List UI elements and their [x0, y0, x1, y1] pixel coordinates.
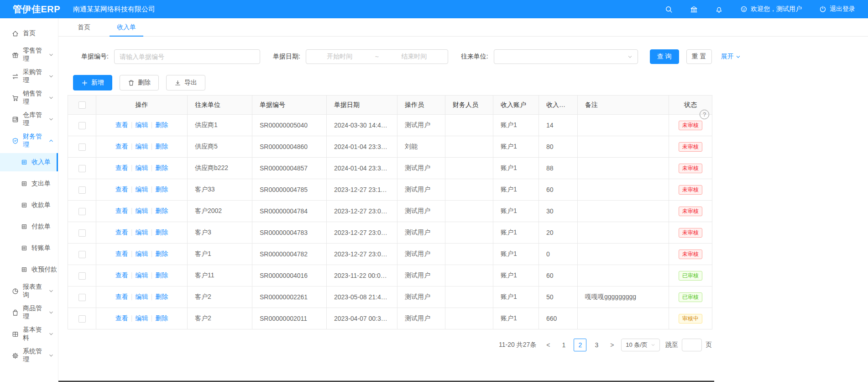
help-icon[interactable]: ? [700, 110, 709, 119]
edit-link[interactable]: 编辑 [136, 293, 148, 300]
delete-link[interactable]: 删除 [155, 228, 168, 236]
row-checkbox[interactable] [78, 208, 86, 215]
delete-link[interactable]: 删除 [155, 314, 168, 322]
delete-link[interactable]: 删除 [155, 186, 168, 193]
bank-icon[interactable] [690, 5, 698, 13]
jump-page-input[interactable] [682, 339, 702, 351]
sidebar-item-warehouse[interactable]: 仓库管理 [0, 110, 58, 128]
logout-button[interactable]: 退出登录 [819, 5, 855, 13]
delete-button[interactable]: 删除 [120, 75, 159, 90]
edit-link[interactable]: 编辑 [136, 228, 148, 236]
date-range-picker[interactable]: 开始时间 ~ 结束时间 [306, 49, 448, 64]
col-header-actions: 操作 [96, 96, 188, 115]
view-link[interactable]: 查看 [115, 293, 128, 300]
plus-icon [81, 80, 88, 86]
sidebar-item-retail[interactable]: 零售管理 [0, 46, 58, 64]
row-checkbox[interactable] [78, 272, 86, 280]
sidebar-item-basic[interactable]: 基本资料 [0, 325, 58, 343]
link-separator: | [131, 143, 133, 150]
edit-link[interactable]: 编辑 [136, 271, 148, 279]
status-cell: 未审核 [669, 222, 712, 244]
sidebar-item-transfer-bill[interactable]: 转账单 [0, 239, 58, 257]
view-link[interactable]: 查看 [115, 164, 128, 171]
link-separator: | [151, 228, 153, 236]
status-badge: 未审核 [679, 164, 702, 173]
row-checkbox[interactable] [78, 165, 86, 172]
next-page-button[interactable]: > [607, 341, 617, 349]
chevron-down-icon [627, 54, 633, 59]
profile-icon [21, 223, 27, 230]
row-checkbox[interactable] [78, 315, 86, 323]
app-logo[interactable]: 管伊佳ERP [0, 3, 73, 16]
bell-icon[interactable] [715, 5, 723, 13]
chevron-down-icon [49, 332, 53, 336]
sidebar-item-finance[interactable]: 财务管理 [0, 132, 58, 150]
delete-link[interactable]: 删除 [155, 293, 168, 300]
bill-no-cell: SR00000002011 [252, 308, 327, 329]
page-button-3[interactable]: 3 [590, 339, 603, 351]
view-link[interactable]: 查看 [115, 314, 128, 322]
row-checkbox[interactable] [78, 229, 86, 237]
delete-link[interactable]: 删除 [155, 207, 168, 214]
view-link[interactable]: 查看 [115, 228, 128, 236]
sidebar-item-sales[interactable]: 销售管理 [0, 89, 58, 107]
status-cell: 未审核 [669, 136, 712, 158]
reset-button[interactable]: 重 置 [686, 49, 712, 64]
sidebar-item-goods[interactable]: 商品管理 [0, 303, 58, 322]
bill-date-cell: 2023-05-08 21:48:04 [327, 286, 397, 308]
sidebar-item-home[interactable]: 首页 [0, 24, 58, 42]
select-all-checkbox[interactable] [78, 101, 86, 109]
edit-link[interactable]: 编辑 [136, 186, 148, 193]
sidebar-item-receipt-bill[interactable]: 收款单 [0, 196, 58, 214]
view-link[interactable]: 查看 [115, 250, 128, 257]
poweroff-icon [819, 5, 826, 13]
search-icon[interactable] [665, 5, 673, 13]
edit-link[interactable]: 编辑 [136, 121, 148, 128]
sidebar-item-expense-bill[interactable]: 支出单 [0, 175, 58, 193]
view-link[interactable]: 查看 [115, 207, 128, 214]
page-size-select[interactable]: 10 条/页 [621, 339, 660, 351]
view-link[interactable]: 查看 [115, 186, 128, 193]
export-button[interactable]: 导出 [166, 75, 205, 90]
profile-icon [21, 266, 27, 273]
page-button-2[interactable]: 2 [574, 339, 586, 351]
expand-filters-link[interactable]: 展开 [721, 53, 741, 61]
tab-home[interactable]: 首页 [70, 18, 98, 37]
add-button[interactable]: 新增 [73, 75, 112, 90]
page-button-1[interactable]: 1 [557, 339, 570, 351]
sidebar-item-report[interactable]: 报表查询 [0, 282, 58, 300]
row-checkbox[interactable] [78, 251, 86, 258]
sidebar-item-payment-bill[interactable]: 付款单 [0, 218, 58, 236]
row-checkbox[interactable] [78, 294, 86, 301]
view-link[interactable]: 查看 [115, 271, 128, 279]
user-greeting[interactable]: 欢迎您，测试用户 [740, 5, 802, 13]
tab-income-bill[interactable]: 收入单 [110, 18, 143, 37]
delete-link[interactable]: 删除 [155, 121, 168, 128]
partner-cell: 客户11 [188, 265, 252, 286]
edit-link[interactable]: 编辑 [136, 207, 148, 214]
bill-no-cell: SR00000004782 [252, 244, 327, 265]
search-button[interactable]: 查 询 [650, 49, 679, 64]
row-checkbox[interactable] [78, 143, 86, 151]
view-link[interactable]: 查看 [115, 121, 128, 128]
delete-link[interactable]: 删除 [155, 250, 168, 257]
prev-page-button[interactable]: < [543, 341, 554, 349]
edit-link[interactable]: 编辑 [136, 164, 148, 171]
delete-link[interactable]: 删除 [155, 164, 168, 171]
sidebar-item-purchase[interactable]: 采购管理 [0, 67, 58, 85]
header-actions: 欢迎您，测试用户 退出登录 [665, 5, 868, 13]
sidebar-item-prepayment[interactable]: 收预付款 [0, 260, 58, 279]
bill-date-label: 单据日期: [273, 53, 300, 61]
row-checkbox[interactable] [78, 186, 86, 194]
bill-no-input[interactable] [114, 49, 260, 64]
edit-link[interactable]: 编辑 [136, 314, 148, 322]
row-checkbox[interactable] [78, 122, 86, 129]
sidebar-item-income-bill[interactable]: 收入单 [0, 153, 58, 171]
view-link[interactable]: 查看 [115, 143, 128, 150]
delete-link[interactable]: 删除 [155, 143, 168, 150]
edit-link[interactable]: 编辑 [136, 250, 148, 257]
partner-select[interactable] [494, 49, 638, 64]
sidebar-item-system[interactable]: 系统管理 [0, 346, 58, 365]
delete-link[interactable]: 删除 [155, 271, 168, 279]
edit-link[interactable]: 编辑 [136, 143, 148, 150]
